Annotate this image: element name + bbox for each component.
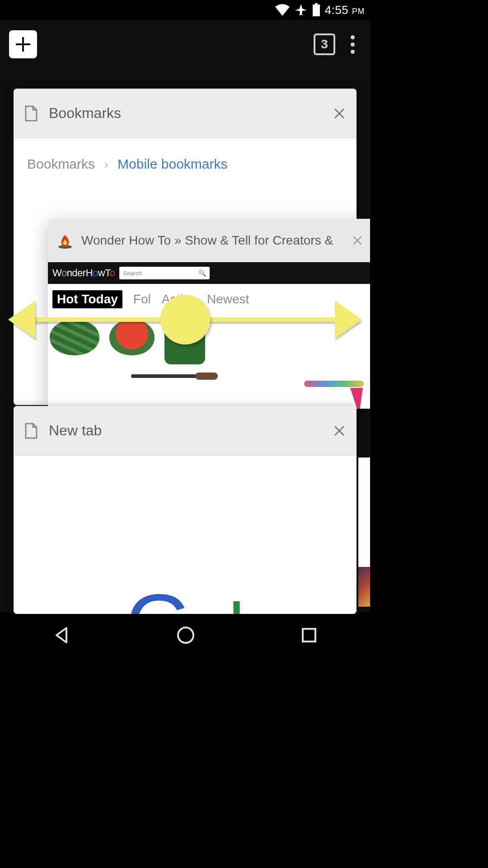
content-thumbnails bbox=[48, 315, 370, 409]
search-icon: 🔍 bbox=[198, 269, 206, 277]
site-nav: Hot Today Fol Active Newest bbox=[48, 284, 370, 315]
google-logo-partial: Gl bbox=[126, 575, 244, 614]
thumbnail-cake bbox=[302, 383, 366, 409]
browser-toolbar: 3 bbox=[0, 20, 370, 69]
page-icon bbox=[24, 423, 38, 439]
tab-card-wonderhowto[interactable]: Wonder How To » Show & Tell for Creators… bbox=[48, 219, 370, 409]
breadcrumb-current[interactable]: Mobile bookmarks bbox=[117, 156, 227, 172]
nav-following[interactable]: Fol bbox=[133, 292, 151, 307]
airplane-icon bbox=[294, 3, 308, 17]
breadcrumb-root[interactable]: Bookmarks bbox=[27, 156, 95, 172]
nav-active[interactable]: Active bbox=[162, 292, 196, 307]
close-tab-button[interactable] bbox=[352, 235, 363, 246]
thumbnail-watermelon-cut bbox=[109, 319, 155, 355]
thumbnail-knife bbox=[131, 374, 217, 378]
plus-icon bbox=[14, 35, 32, 53]
home-button[interactable] bbox=[176, 625, 196, 645]
svg-point-2 bbox=[178, 627, 193, 643]
nav-hot-today[interactable]: Hot Today bbox=[52, 290, 122, 308]
dot-icon bbox=[351, 35, 355, 39]
tab-title: Bookmarks bbox=[49, 105, 322, 122]
page-icon bbox=[24, 105, 38, 122]
svg-rect-1 bbox=[313, 5, 320, 16]
partial-tab-edge bbox=[358, 458, 370, 607]
tab-preview: WonderHowTo Search 🔍 Hot Today Fol Activ… bbox=[48, 262, 370, 409]
tab-preview: Gl bbox=[14, 456, 357, 614]
tab-count-button[interactable]: 3 bbox=[314, 33, 335, 55]
tab-title: Wonder How To » Show & Tell for Creators… bbox=[81, 233, 344, 248]
thumbnail-watermelon-cup bbox=[164, 319, 205, 364]
favicon-flame-icon bbox=[57, 232, 73, 249]
status-bar: 4:55 PM bbox=[0, 0, 370, 20]
tab-switcher[interactable]: Bookmarks Bookmarks › Mobile bookmarks W… bbox=[0, 69, 370, 612]
chevron-right-icon: › bbox=[104, 156, 108, 172]
tab-header: Wonder How To » Show & Tell for Creators… bbox=[48, 219, 370, 262]
battery-icon bbox=[312, 3, 320, 17]
wifi-icon bbox=[275, 4, 290, 16]
thumbnail-watermelon bbox=[50, 319, 99, 355]
close-tab-button[interactable] bbox=[333, 107, 346, 120]
tab-header: New tab bbox=[14, 406, 357, 456]
breadcrumb: Bookmarks › Mobile bookmarks bbox=[27, 156, 343, 172]
status-time: 4:55 PM bbox=[325, 3, 365, 17]
site-header: WonderHowTo Search 🔍 bbox=[48, 262, 370, 284]
search-input[interactable]: Search 🔍 bbox=[119, 267, 210, 279]
svg-rect-0 bbox=[315, 3, 318, 5]
system-nav-bar bbox=[0, 612, 370, 658]
close-tab-button[interactable] bbox=[333, 425, 346, 437]
site-logo: WonderHowTo bbox=[52, 267, 115, 279]
dot-icon bbox=[351, 42, 355, 47]
tab-card-new-tab[interactable]: New tab Gl bbox=[14, 406, 357, 614]
tab-preview: Bookmarks › Mobile bookmarks bbox=[14, 138, 357, 190]
search-placeholder: Search bbox=[123, 270, 141, 277]
tab-title: New tab bbox=[49, 422, 322, 439]
back-button[interactable] bbox=[52, 625, 72, 645]
new-tab-button[interactable] bbox=[9, 30, 37, 58]
tab-header: Bookmarks bbox=[14, 89, 357, 138]
overflow-menu-button[interactable] bbox=[344, 35, 361, 54]
recents-button[interactable] bbox=[300, 626, 318, 644]
nav-newest[interactable]: Newest bbox=[207, 292, 249, 307]
dot-icon bbox=[351, 50, 355, 54]
svg-rect-3 bbox=[303, 629, 315, 642]
